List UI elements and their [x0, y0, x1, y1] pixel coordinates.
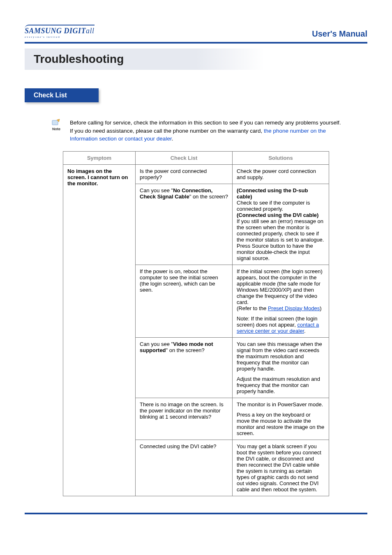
table-row: No images on the screen. I cannot turn o…	[63, 164, 329, 184]
page-header: SAMSUNG DIGITall everyone's invited User…	[25, 25, 367, 39]
section-tab-checklist: Check List	[25, 88, 99, 102]
troubleshoot-table: Symptom Check List Solutions No images o…	[63, 151, 329, 496]
manual-title: User's Manual	[312, 29, 367, 39]
logo-italic-text: all	[86, 27, 95, 35]
logo-main-text: SAMSUNG DIGIT	[25, 27, 86, 35]
brand-logo: SAMSUNG DIGITall everyone's invited	[25, 25, 95, 39]
svg-rect-0	[52, 120, 58, 125]
symptom-cell: No images on the screen. I cannot turn o…	[63, 164, 136, 496]
solution-cell: (Connected using the D-sub cable) Check …	[233, 184, 329, 265]
note-icon: Note	[49, 119, 63, 143]
page-title: Troubleshooting	[25, 48, 367, 70]
header-divider	[25, 42, 367, 44]
note-block: Note Before calling for service, check t…	[49, 119, 343, 143]
solution-cell: You may get a blank screen if you boot t…	[233, 440, 329, 496]
check-cell: Can you see "Video mode not supported" o…	[136, 337, 233, 398]
preset-display-modes-link[interactable]: Preset Display Modes	[268, 305, 320, 311]
check-cell: Is the power cord connected properly?	[136, 164, 233, 184]
check-cell: Connected using the DVI cable?	[136, 440, 233, 496]
solution-cell: You can see this message when the signal…	[233, 337, 329, 398]
footer-divider	[25, 513, 367, 514]
th-solutions: Solutions	[233, 151, 329, 164]
solution-cell: Check the power cord connection and supp…	[233, 164, 329, 184]
note-icon-label: Note	[52, 127, 60, 131]
check-cell: There is no image on the screen. Is the …	[136, 398, 233, 440]
th-checklist: Check List	[136, 151, 233, 164]
note-text: Before calling for service, check the in…	[70, 119, 343, 143]
check-cell: Can you see "No Connection, Check Signal…	[136, 184, 233, 265]
solution-cell: If the initial screen (the login screen)…	[233, 265, 329, 337]
logo-tagline: everyone's invited	[25, 35, 95, 39]
check-cell: If the power is on, reboot the computer …	[136, 265, 233, 337]
solution-cell: The monitor is in PowerSaver mode. Press…	[233, 398, 329, 440]
th-symptom: Symptom	[63, 151, 136, 164]
note-text-suffix: .	[172, 136, 173, 142]
